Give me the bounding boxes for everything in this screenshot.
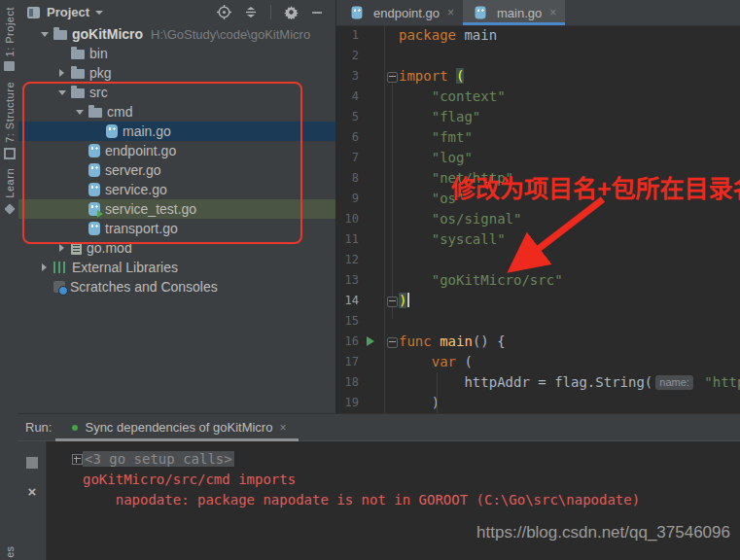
tree-item-server-go[interactable]: server.go: [18, 160, 335, 180]
toolwindow-stripe-learn[interactable]: Learn: [4, 161, 16, 217]
code-token: (: [464, 354, 472, 369]
tab-close-icon[interactable]: ×: [549, 6, 556, 19]
tree-item-endpoint-go[interactable]: endpoint.go: [18, 141, 335, 160]
structure-icon: [6, 150, 14, 158]
tree-item-gokitmicro[interactable]: goKitMicroH:\GoStudy\code\goKitMicro: [18, 24, 335, 44]
tree-item-label: pkg: [89, 65, 112, 81]
tree-item-scratches-and-consoles[interactable]: Scratches and Consoles: [18, 277, 335, 297]
tree-item-label: go.mod: [87, 240, 132, 256]
tree-item-service-go[interactable]: service.go: [18, 180, 335, 199]
console-fold-icon[interactable]: [72, 454, 83, 465]
tree-item-external-libraries[interactable]: External Libraries: [18, 258, 335, 277]
hide-panel-icon[interactable]: [311, 7, 323, 18]
folder-icon: [71, 88, 85, 98]
code-text: [399, 250, 740, 270]
tree-item-service-test-go[interactable]: service_test.go: [18, 199, 335, 219]
code-text: "os": [399, 189, 740, 209]
console-line: goKitMicro/src/cmd imports: [46, 470, 740, 490]
code-line-15: 15: [336, 311, 740, 332]
code-line-16: 16func main() {: [336, 332, 740, 352]
code-token: ): [399, 293, 406, 308]
close-icon[interactable]: ×: [28, 486, 37, 498]
fold-column: [385, 168, 399, 189]
tab-close-icon[interactable]: ×: [447, 6, 454, 19]
chevron-collapsed-icon[interactable]: [55, 244, 68, 252]
toolwindow-stripe----structure[interactable]: 7: Structure: [4, 75, 16, 161]
tree-item-label: External Libraries: [72, 260, 178, 275]
settings-gear-icon[interactable]: [284, 5, 299, 19]
gutter-line-number: 12: [336, 250, 385, 270]
fold-column: [385, 291, 399, 311]
code-line-9: 9 "os": [336, 189, 740, 209]
tree-item-cmd[interactable]: cmd: [18, 102, 335, 122]
run-tab-label: Sync dependencies of goKitMicro: [85, 420, 272, 435]
tree-item-bin[interactable]: bin: [18, 44, 335, 63]
tree-item-pkg[interactable]: pkg: [18, 63, 335, 83]
toolwindow-stripe----project[interactable]: 1: Project: [4, 0, 16, 75]
fold-column: [385, 270, 399, 291]
folder-icon: [53, 30, 67, 40]
toolwindow-label-cut[interactable]: es: [4, 546, 16, 558]
run-console[interactable]: <3 go setup calls>goKitMicro/src/cmd imp…: [46, 441, 740, 560]
locate-icon[interactable]: [217, 5, 231, 19]
go-icon: [88, 144, 100, 158]
code-token: "flag": [399, 109, 480, 124]
tree-item-label: main.go: [123, 123, 171, 139]
code-token: "goKitMicro/src": [399, 272, 563, 288]
folder-icon: [71, 69, 85, 79]
editor[interactable]: endpoint.go×main.go× 1package main23impo…: [335, 0, 740, 413]
run-label: Run:: [18, 420, 52, 435]
fold-column: [385, 46, 399, 66]
text-caret: [407, 293, 409, 307]
collapse-all-icon[interactable]: [244, 6, 258, 19]
tree-item-label: src: [89, 85, 108, 100]
code-token: var: [432, 354, 465, 369]
code-text: "net/http": [399, 168, 740, 189]
chevron-expanded-icon[interactable]: [55, 90, 68, 95]
tree-item-label: bin: [89, 46, 108, 61]
gutter-line-number: 8: [336, 168, 385, 189]
code-line-4: 4 "context": [336, 87, 740, 107]
tree-item-label: service.go: [105, 182, 167, 197]
console-folded-text: <3 go setup calls>: [83, 451, 234, 467]
code-text: "log": [399, 148, 740, 168]
parameter-hint: name:: [655, 375, 693, 390]
gutter-line-number: 17: [336, 352, 385, 372]
run-tab[interactable]: Sync dependencies of goKitMicro ×: [72, 420, 286, 435]
tree-item-src[interactable]: src: [18, 83, 335, 102]
fold-marker-icon[interactable]: [387, 297, 398, 307]
tree-item-label: service_test.go: [105, 201, 196, 217]
fold-column: [385, 107, 399, 127]
chevron-down-icon[interactable]: [95, 11, 103, 15]
tree-item-label: server.go: [105, 162, 161, 178]
chevron-expanded-icon[interactable]: [73, 110, 86, 115]
tree-item-main-go[interactable]: main.go: [18, 122, 335, 141]
stripe-label: 7: Structure: [4, 82, 16, 143]
tree-item-transport-go[interactable]: transport.go: [18, 219, 335, 238]
run-tab-close-icon[interactable]: ×: [279, 421, 286, 435]
code-line-7: 7 "log": [336, 148, 740, 168]
fold-column: [385, 148, 399, 168]
code-token: func: [399, 333, 440, 349]
fold-column: [385, 25, 399, 46]
run-gutter-icon[interactable]: [367, 336, 374, 346]
chevron-collapsed-icon[interactable]: [38, 263, 51, 271]
scratch-icon: [53, 281, 65, 293]
fold-column: [385, 311, 399, 332]
code-text: [399, 46, 740, 66]
editor-tab-main-go[interactable]: main.go×: [463, 0, 565, 25]
fold-marker-icon[interactable]: [387, 72, 398, 83]
editor-code-area[interactable]: 1package main23import (4 "context"5 "fla…: [336, 25, 740, 413]
stop-icon[interactable]: [26, 457, 38, 469]
go-icon: [88, 183, 100, 196]
code-text: "goKitMicro/src": [399, 270, 740, 291]
chevron-expanded-icon[interactable]: [38, 32, 51, 37]
tree-item-go-mod[interactable]: go.mod: [18, 238, 335, 258]
code-line-10: 10 "os/signal": [336, 209, 740, 229]
folder-icon: [71, 50, 85, 59]
editor-tab-endpoint-go[interactable]: endpoint.go×: [339, 0, 463, 25]
chevron-collapsed-icon[interactable]: [55, 69, 68, 77]
fold-marker-icon[interactable]: [387, 337, 398, 348]
gutter-line-number: 7: [336, 148, 385, 168]
project-panel-title[interactable]: Project: [47, 5, 89, 19]
